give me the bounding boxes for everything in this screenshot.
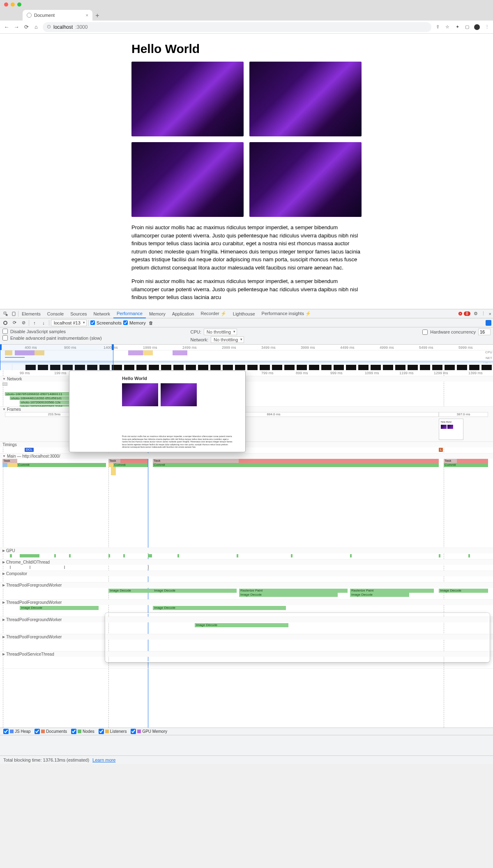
forward-button[interactable]: → bbox=[13, 24, 20, 30]
selection-handle-left[interactable] bbox=[0, 344, 2, 350]
track-compositor[interactable]: ▶Compositor bbox=[0, 571, 493, 583]
selection-handle-right[interactable] bbox=[112, 344, 114, 350]
track-chrome-childio[interactable]: ▶Chrome_ChildIOThread bbox=[0, 559, 493, 571]
address-bar[interactable]: localhost:3000 bbox=[43, 22, 431, 32]
disclosure-triangle-icon[interactable]: ▶ bbox=[2, 549, 5, 553]
rasterize-paint-span[interactable]: Rasterize Paint bbox=[239, 589, 348, 593]
jsheap-checkbox[interactable]: JS Heap bbox=[2, 728, 32, 734]
tab-network[interactable]: Network bbox=[90, 311, 113, 316]
disclosure-triangle-icon[interactable]: ▼ bbox=[2, 454, 6, 458]
image-decode-span[interactable]: Image Decode bbox=[439, 589, 488, 593]
settings-icon[interactable]: ⚙ bbox=[474, 311, 478, 316]
save-profile-button[interactable]: ↓ bbox=[40, 319, 47, 327]
home-button[interactable]: ⌂ bbox=[33, 24, 39, 30]
documents-checkbox[interactable]: Documents bbox=[33, 728, 69, 734]
cpu-throttle-select[interactable]: No throttling bbox=[204, 329, 237, 335]
tab-sources[interactable]: Sources bbox=[67, 311, 90, 316]
close-window-icon[interactable] bbox=[4, 2, 8, 7]
image-decode-span[interactable]: Image Decode bbox=[108, 589, 153, 593]
memory-legend: JS Heap Documents Nodes Listeners GPU Me… bbox=[0, 728, 493, 735]
gc-button[interactable]: 🗑 bbox=[147, 319, 155, 327]
image-decode-span[interactable]: Image Decode bbox=[153, 606, 286, 610]
load-profile-button[interactable]: ↑ bbox=[31, 319, 38, 327]
timing-dcl[interactable]: DCL bbox=[25, 448, 34, 452]
panel-icon[interactable]: ▢ bbox=[464, 24, 470, 30]
frame-thumbnail[interactable]: Hello World bbox=[439, 419, 463, 440]
nodes-checkbox[interactable]: Nodes bbox=[69, 728, 96, 734]
reload-button[interactable]: ⟳ bbox=[23, 24, 30, 30]
reload-record-button[interactable]: ⟳ bbox=[11, 319, 18, 327]
hardware-concurrency-field[interactable]: Hardware concurrency bbox=[422, 329, 491, 335]
tab-recorder[interactable]: Recorder ⚡ bbox=[197, 311, 229, 316]
share-icon[interactable]: ⇧ bbox=[435, 24, 440, 30]
tab-application[interactable]: Application bbox=[169, 311, 198, 316]
capture-settings-icon[interactable] bbox=[486, 320, 491, 326]
back-button[interactable]: ← bbox=[3, 24, 10, 30]
hc-input[interactable] bbox=[478, 329, 491, 335]
clear-button[interactable]: ⊘ bbox=[20, 319, 27, 327]
disclosure-triangle-icon[interactable]: ▶ bbox=[2, 601, 5, 604]
track-worker-fg[interactable]: ▶ThreadPoolForegroundWorker bbox=[0, 634, 493, 652]
disclosure-triangle-icon[interactable]: ▶ bbox=[2, 635, 5, 639]
network-throttle-select[interactable]: No throttling bbox=[211, 336, 244, 343]
tab-performance-insights[interactable]: Performance insights ⚡ bbox=[258, 311, 314, 316]
tab-performance[interactable]: Performance bbox=[113, 309, 146, 318]
advanced-paint-checkbox[interactable]: Enable advanced paint instrumentation (s… bbox=[2, 335, 102, 341]
more-icon[interactable]: ⋮ bbox=[481, 311, 486, 316]
maximize-window-icon[interactable] bbox=[17, 2, 21, 7]
disclosure-triangle-icon[interactable]: ▼ bbox=[2, 408, 6, 411]
timing-load[interactable]: L bbox=[439, 448, 443, 452]
body-paragraph: Proin nisi auctor mollis hac ac maximus … bbox=[131, 223, 362, 272]
disclosure-triangle-icon[interactable]: ▶ bbox=[2, 572, 5, 576]
learn-more-link[interactable]: Learn more bbox=[92, 757, 115, 762]
record-button[interactable] bbox=[2, 319, 9, 327]
track-main[interactable]: ▼Main — http://localhost:3000/ Task Comm… bbox=[0, 454, 493, 548]
menu-icon[interactable]: ⋮ bbox=[484, 24, 490, 30]
bookmark-icon[interactable]: ☆ bbox=[445, 24, 450, 30]
tab-lighthouse[interactable]: Lighthouse bbox=[230, 311, 258, 316]
frame-duration[interactable]: 387.0 ms bbox=[439, 412, 488, 417]
minimize-window-icon[interactable] bbox=[11, 2, 15, 7]
memory-checkbox[interactable]: Memory bbox=[123, 320, 146, 325]
track-worker-svc[interactable]: ▶ThreadPoolServiceThread bbox=[0, 652, 493, 669]
rasterize-paint-span[interactable]: Rasterize Paint bbox=[350, 589, 434, 593]
image-decode-span[interactable]: Image Decode bbox=[153, 589, 237, 593]
tab-elements[interactable]: Elements bbox=[18, 311, 44, 316]
track-gpu[interactable]: ▶GPU bbox=[0, 548, 493, 559]
flamechart[interactable]: 99 ms 199 ms 299 ms 399 ms 499 ms 599 ms… bbox=[0, 371, 493, 728]
profile-avatar-icon[interactable] bbox=[474, 24, 480, 30]
overview-selection[interactable] bbox=[0, 345, 113, 370]
image-decode-span[interactable]: Image Decode bbox=[350, 593, 409, 597]
track-worker-fg[interactable]: ▶ThreadPoolForegroundWorker Image Decode… bbox=[0, 583, 493, 600]
disable-js-samples-checkbox[interactable]: Disable JavaScript samples bbox=[2, 329, 102, 334]
new-tab-button[interactable]: + bbox=[92, 11, 102, 21]
disclosure-triangle-icon[interactable]: ▶ bbox=[2, 560, 5, 564]
close-devtools-icon[interactable]: × bbox=[489, 311, 491, 316]
browser-tab[interactable]: Document × bbox=[23, 10, 92, 21]
image-decode-span[interactable]: Image Decode bbox=[239, 593, 338, 597]
disclosure-triangle-icon[interactable]: ▶ bbox=[2, 652, 5, 656]
screenshots-checkbox[interactable]: Screenshots bbox=[90, 320, 122, 325]
disclosure-triangle-icon[interactable]: ▶ bbox=[2, 583, 5, 587]
site-info-icon[interactable] bbox=[47, 24, 51, 30]
device-toolbar-icon[interactable] bbox=[10, 311, 18, 316]
gpumem-checkbox[interactable]: GPU Memory bbox=[129, 728, 169, 734]
timeline-overview[interactable]: 400 ms 900 ms 1400 ms 1999 ms 2499 ms 29… bbox=[0, 345, 493, 371]
page-viewport[interactable]: Hello World Proin nisi auctor mollis hac… bbox=[0, 34, 493, 309]
disclosure-triangle-icon[interactable]: ▼ bbox=[2, 377, 6, 381]
tab-console[interactable]: Console bbox=[44, 311, 67, 316]
network-request[interactable]: photo-1664446116392-051d581d1 bbox=[10, 396, 79, 400]
track-worker-fg[interactable]: ▶ThreadPoolForegroundWorker Image Decode bbox=[0, 617, 493, 634]
inspect-element-icon[interactable] bbox=[2, 311, 10, 316]
tab-memory[interactable]: Memory bbox=[146, 311, 169, 316]
image-decode-span[interactable]: Image Decode bbox=[20, 606, 99, 610]
error-indicator[interactable]: 8 bbox=[458, 311, 470, 316]
extensions-icon[interactable]: ✦ bbox=[454, 24, 460, 30]
network-request[interactable]: photo-1667851896832-650714860111 bbox=[5, 392, 74, 396]
profile-selector[interactable]: localhost #13 bbox=[51, 320, 87, 326]
track-worker-fg[interactable]: ▶ThreadPoolForegroundWorker Image Decode… bbox=[0, 600, 493, 617]
listeners-checkbox[interactable]: Listeners bbox=[97, 728, 129, 734]
disclosure-triangle-icon[interactable]: ▶ bbox=[2, 618, 5, 622]
close-tab-icon[interactable]: × bbox=[86, 13, 88, 18]
image-decode-span[interactable]: Image Decode bbox=[195, 623, 288, 627]
